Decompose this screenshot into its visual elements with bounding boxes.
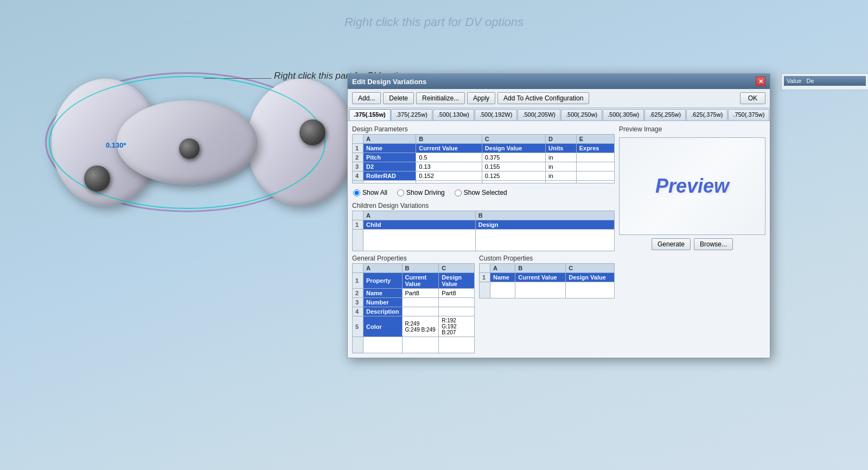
preview-buttons: Generate Browse... (619, 238, 765, 250)
browse-button[interactable]: Browse... (694, 238, 733, 250)
tab-0[interactable]: .375(.155w) (349, 109, 391, 120)
gp-design-4 (439, 307, 475, 316)
dialog-toolbar: Add... Delete Reinitialize... Apply Add … (348, 89, 770, 108)
cp-design-header: Design Value (566, 273, 615, 282)
param-units-header: Units (545, 144, 576, 153)
table-row-empty (480, 282, 615, 298)
reinitialize-button[interactable]: Reinitialize... (416, 92, 465, 104)
radio-show-selected-input[interactable] (455, 189, 462, 196)
right-panel: Preview Image Preview Generate Browse... (619, 125, 765, 353)
cdv-col-header-a: A (363, 211, 476, 220)
roller-center (179, 138, 200, 159)
radio-show-all[interactable]: Show All (353, 189, 387, 196)
table-row: 4 Description (353, 307, 475, 316)
generate-button[interactable]: Generate (652, 238, 691, 250)
table-row: 1 Property Current Value Design Value (353, 273, 475, 289)
radio-row: Show All Show Driving Show Selected (352, 187, 615, 199)
gp-current-2: Part8 (402, 289, 439, 298)
table-row: A B C D E (353, 135, 615, 144)
param-name-2: Pitch (363, 153, 416, 162)
properties-section: General Properties A B C 1 Propert (352, 255, 615, 353)
tab-3[interactable]: .500(.192W) (475, 109, 518, 120)
dialog-titlebar: Edit Design Variations ✕ (348, 74, 770, 89)
dialog-close-button[interactable]: ✕ (756, 77, 765, 86)
tabs-row: .375(.155w) .375(.225w) .500(.130w) .500… (348, 108, 770, 121)
dialog-title: Edit Design Variations (352, 78, 426, 86)
radio-show-driving-input[interactable] (397, 189, 404, 196)
general-properties-section: General Properties A B C 1 Propert (352, 255, 475, 353)
row-num-1: 1 (353, 144, 363, 153)
gp-name-2: Name (363, 289, 403, 298)
design-parameters-section: Design Parameters A B C D E (352, 125, 615, 183)
table-row: A B (353, 211, 615, 220)
table-row: 1 Name Current Value Design Value (480, 273, 615, 282)
param-design-4: 0.125 (482, 172, 545, 181)
radio-show-driving[interactable]: Show Driving (397, 189, 445, 196)
delete-button[interactable]: Delete (383, 92, 414, 104)
left-panel: Design Parameters A B C D E (352, 125, 615, 353)
table-row: 5 Color R:249 G:249 B:249 R:192 G:192 B:… (353, 316, 475, 337)
gp-design-3 (439, 298, 475, 307)
cdv-col-header-rownum (353, 211, 363, 220)
gp-name-3: Number (363, 298, 403, 307)
tab-9[interactable]: .750(.375w) (728, 109, 769, 120)
tab-6[interactable]: .500(.305w) (603, 109, 644, 120)
tab-2[interactable]: .500(.130w) (433, 109, 474, 120)
radio-show-all-input[interactable] (353, 189, 360, 196)
design-parameters-label: Design Parameters (352, 125, 615, 133)
tab-4[interactable]: .500(.205W) (518, 109, 560, 120)
gp-design-5: R:192 G:192 B:207 (439, 316, 475, 337)
param-units-3: in (545, 162, 576, 172)
dialog-body: Design Parameters A B C D E (348, 121, 770, 358)
edit-design-variations-dialog: Edit Design Variations ✕ Add... Delete R… (347, 73, 770, 358)
custom-props-label: Custom Properties (479, 255, 615, 262)
tab-7[interactable]: .625(.255w) (644, 109, 686, 120)
table-row-empty (353, 230, 615, 251)
apply-button[interactable]: Apply (467, 92, 495, 104)
param-design-header: Design Value (482, 144, 545, 153)
param-name-4: RollerRAD (363, 172, 416, 181)
table-row: 2 Pitch 0.5 0.375 in (353, 153, 615, 162)
gp-property-header: Property (363, 273, 403, 289)
radio-show-selected-label: Show Selected (464, 189, 507, 196)
table-row: 3 D2 0.13 0.155 in (353, 162, 615, 172)
table-row: 4 RollerRAD 0.152 0.125 in (353, 172, 615, 181)
preview-background (620, 138, 765, 234)
param-current-header: Current Value (416, 144, 482, 153)
col-header-b: B (416, 135, 482, 144)
tab-5[interactable]: .500(.250w) (561, 109, 602, 120)
side-panel-hint: Value De (781, 73, 868, 90)
param-current-4: 0.152 (416, 172, 482, 181)
param-current-3: 0.13 (416, 162, 482, 172)
roller-right (299, 119, 326, 145)
param-units-4: in (545, 172, 576, 181)
param-design-2: 0.375 (482, 153, 545, 162)
custom-props-table: A B C 1 Name Current Value Design Value (479, 263, 615, 298)
param-name-header: Name (363, 144, 416, 153)
table-row: A B C (353, 264, 475, 273)
table-row-empty (353, 337, 475, 353)
table-row: 3 Number (353, 298, 475, 307)
gp-current-header: Current Value (402, 273, 439, 289)
tab-8[interactable]: .625(.375w) (686, 109, 727, 120)
cdv-design-header: Design (475, 220, 614, 230)
general-props-table: A B C 1 Property Current Value Design Va… (352, 263, 475, 353)
tab-1[interactable]: .375(.225w) (391, 109, 432, 120)
param-current-2: 0.5 (416, 153, 482, 162)
side-panel-header: Value De (784, 76, 866, 86)
row-num-3: 3 (353, 162, 363, 172)
param-express-4 (576, 172, 614, 181)
children-dv-label: Children Design Variations (352, 202, 615, 209)
cdv-col-header-b: B (475, 211, 614, 220)
ok-button[interactable]: OK (740, 92, 765, 104)
add-to-active-config-button[interactable]: Add To Active Configuration (497, 92, 589, 104)
col-header-rownum (353, 135, 363, 144)
param-units-2: in (545, 153, 576, 162)
table-row: 1 Name Current Value Design Value Units … (353, 144, 615, 153)
part-3d-model: 0.130* (52, 68, 355, 274)
radio-show-selected[interactable]: Show Selected (455, 189, 507, 196)
col-header-a: A (363, 135, 416, 144)
design-params-table-scroll: A B C D E 1 Name Current Value Design Va… (352, 134, 615, 183)
add-button[interactable]: Add... (352, 92, 381, 104)
col-header-c: C (482, 135, 545, 144)
